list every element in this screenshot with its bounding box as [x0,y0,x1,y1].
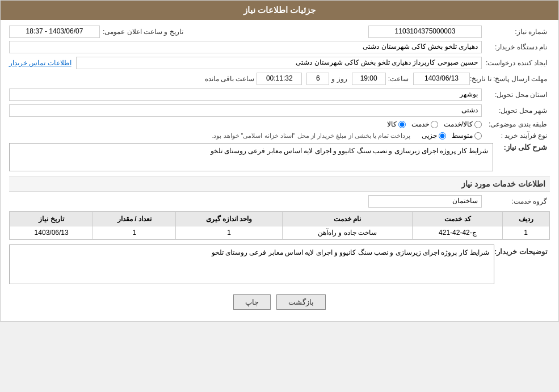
category-khedmat-label: خدمت [411,120,429,128]
requester-label: ایجاد کننده درخواست: [482,59,550,67]
general-desc-section: شرح کلی نیاز: شرایط کار پروژه اجرای زیرس… [9,143,550,171]
city-label: شهر محل تحویل: [482,107,550,115]
back-button[interactable]: بازگشت [276,294,326,310]
category-kala-khedmat-label: کالا/خدمت [444,120,473,128]
announce-label: تاریخ و ساعت اعلان عمومی: [100,28,186,36]
buyer-contact-link[interactable]: اطلاعات تماس خریدار [9,59,72,67]
purchase-jozii-label: جزیی [422,132,437,140]
buyer-desc-section: توضیحات خریدار: شرایط کار پروژه اجرای زی… [9,245,550,284]
category-radio-group: کالا/خدمت خدمت کالا [9,120,482,128]
page-header: جزئیات اطلاعات نیاز [1,1,558,20]
col-quantity: تعداد / مقدار [93,212,176,226]
services-table: ردیف کد خدمت نام خدمت واحد اندازه گیری ت… [10,212,549,239]
button-row: بازگشت چاپ [9,289,550,315]
response-time-label: ساعت: [388,75,409,83]
service-group-label: گروه خدمت: [482,197,550,205]
buyer-desc-value: شرایط کار پروژه اجرای زیرسازی و نصب سنگ … [9,245,494,284]
purchase-motavaset-option[interactable]: متوسط [452,132,482,140]
page-title: جزئیات اطلاعات نیاز [243,5,316,15]
response-days-label: روز و [331,75,347,83]
need-number-label: شماره نیاز: [482,28,550,36]
response-date-value: 1403/06/13 [413,73,470,85]
col-service-code: کد خدمت [413,212,503,226]
service-group-value: ساختمان [368,195,482,208]
province-value: بوشهر [9,88,482,101]
table-row: 1ج-42-42-421ساخت جاده و راه‌آهن111403/06… [10,226,549,239]
response-time-value: 19:00 [352,73,386,85]
response-days-value: 6 [306,73,329,85]
remaining-time-value: 00:11:32 [257,73,302,85]
services-table-container: ردیف کد خدمت نام خدمت واحد اندازه گیری ت… [9,211,550,240]
purchase-type-label: نوع فرآیند خرید : [482,132,550,140]
category-kala-option[interactable]: کالا [387,120,406,128]
purchase-jozii-option[interactable]: جزیی [422,132,446,140]
general-desc-title: شرح کلی نیاز: [493,143,550,151]
category-kala-khedmat-option[interactable]: کالا/خدمت [444,120,482,128]
need-number-value: 1103104375000003 [368,26,482,38]
remaining-time-label: ساعت باقی مانده [205,75,255,83]
purchase-note: پرداخت تمام یا بخشی از مبلغ خریدار از مح… [212,132,410,140]
services-section-title: اطلاعات خدمات مورد نیاز [461,179,545,188]
services-section-header: اطلاعات خدمات مورد نیاز [9,176,550,192]
col-service-name: نام خدمت [282,212,413,226]
category-kala-label: کالا [387,120,397,128]
print-button[interactable]: چاپ [233,294,271,310]
buyer-desc-label: توضیحات خریدار: [494,245,550,256]
purchase-motavaset-label: متوسط [452,132,473,140]
buyer-org-label: نام دستگاه خریدار: [482,43,550,51]
category-label: طبقه بندی موضوعی: [482,120,550,128]
buyer-org-value: دهیاری تلخو بخش کاکی شهرستان دشتی [9,41,482,53]
requester-value: حسین صبوحی کاربرداز دهیاری تلخو بخش کاکی… [76,57,482,69]
col-unit: واحد اندازه گیری [176,212,282,226]
col-date: تاریخ نیاز [10,212,93,226]
city-value: دشتی [9,104,482,117]
announce-value: 1403/06/07 - 18:37 [9,26,100,38]
response-deadline-label: مهلت ارسال پاسخ: تا تاریخ: [470,75,550,83]
general-desc-value: شرایط کار پروژه اجرای زیرسازی و نصب سنگ … [9,143,493,171]
category-khedmat-option[interactable]: خدمت [411,120,438,128]
purchase-type-group: متوسط جزیی پرداخت تمام یا بخشی از مبلغ خ… [9,132,482,140]
province-label: استان محل تحویل: [482,91,550,99]
col-index: ردیف [503,212,549,226]
